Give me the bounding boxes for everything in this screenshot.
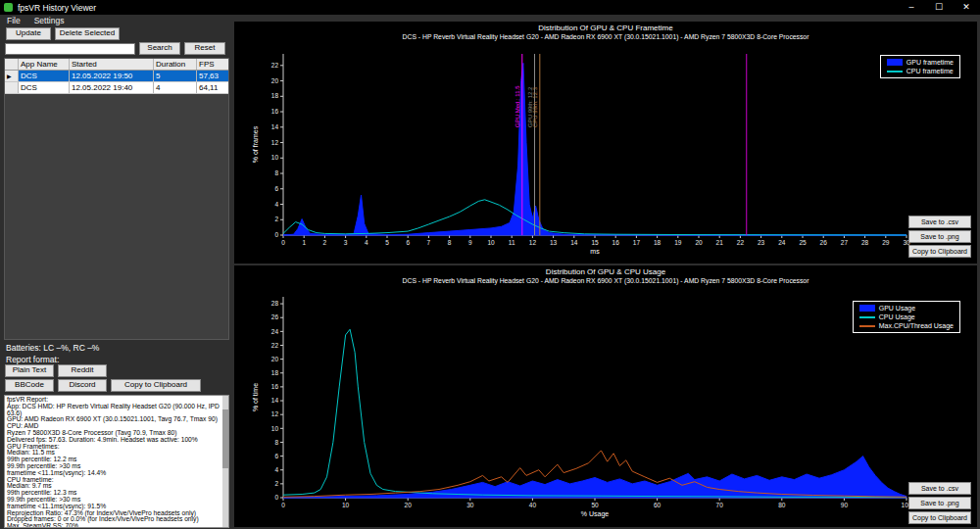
svg-text:24: 24 — [271, 328, 279, 335]
legend-entry: GPU frametime — [887, 59, 954, 66]
discord-button[interactable]: Discord — [58, 379, 107, 392]
svg-text:17: 17 — [633, 239, 641, 246]
svg-text:90: 90 — [841, 502, 849, 508]
report-scrollbar[interactable] — [222, 396, 228, 527]
chart-legend: GPU frametimeCPU frametime — [880, 55, 960, 78]
svg-text:80: 80 — [778, 502, 786, 508]
svg-text:6: 6 — [274, 453, 278, 459]
svg-text:8: 8 — [274, 169, 278, 176]
report-scrollbar-thumb[interactable] — [222, 409, 228, 468]
row-selector-icon — [5, 82, 19, 93]
copy-chart-button[interactable]: Copy to Clipboard — [908, 245, 971, 258]
svg-text:14: 14 — [271, 123, 279, 130]
svg-text:5: 5 — [385, 239, 389, 246]
chart-export-buttons: Save to .csv Save to .png Copy to Clipbo… — [908, 216, 971, 258]
table-header-started[interactable]: Started — [70, 59, 154, 70]
copy-chart-button[interactable]: Copy to Clipboard — [908, 511, 971, 524]
svg-text:% Usage: % Usage — [581, 510, 610, 518]
copy-to-clipboard-button[interactable]: Copy to Clipboard — [111, 379, 201, 392]
legend-entry: CPU Usage — [859, 313, 954, 320]
legend-label: CPU Usage — [879, 313, 915, 320]
svg-text:12: 12 — [529, 239, 537, 246]
svg-text:12: 12 — [271, 139, 279, 146]
svg-text:25: 25 — [799, 239, 807, 246]
svg-text:20: 20 — [405, 502, 413, 508]
table-header-duration[interactable]: Duration — [154, 59, 197, 70]
reset-button[interactable]: Reset — [184, 42, 225, 55]
svg-text:24: 24 — [778, 239, 786, 246]
svg-text:40: 40 — [529, 502, 537, 508]
svg-text:30: 30 — [466, 502, 474, 508]
table-header-app-name[interactable]: App Name — [19, 59, 70, 70]
menu-file[interactable]: File — [0, 15, 27, 27]
reddit-button[interactable]: Reddit — [58, 364, 107, 377]
svg-text:22: 22 — [271, 62, 279, 69]
svg-text:% of frames: % of frames — [252, 125, 259, 163]
svg-text:20: 20 — [271, 356, 279, 362]
report-textbox[interactable]: fpsVR Report: App: DCS HMD: HP Reverb Vi… — [4, 395, 229, 528]
svg-text:8: 8 — [274, 439, 278, 446]
cell-fps: 64,11 — [197, 82, 228, 93]
svg-text:ms: ms — [590, 248, 600, 255]
svg-text:2: 2 — [274, 480, 278, 487]
svg-text:6: 6 — [274, 185, 278, 192]
svg-text:10: 10 — [487, 239, 495, 246]
search-button[interactable]: Search — [139, 42, 180, 55]
legend-label: GPU Usage — [879, 305, 915, 312]
update-button[interactable]: Update — [6, 27, 51, 40]
svg-text:6: 6 — [406, 239, 410, 246]
history-table: App Name Started Duration FPS ▶ DCS 12.0… — [4, 58, 229, 340]
svg-text:70: 70 — [716, 502, 724, 508]
svg-text:0: 0 — [281, 502, 285, 508]
save-csv-button[interactable]: Save to .csv — [908, 482, 971, 495]
svg-text:8: 8 — [448, 239, 452, 246]
svg-text:18: 18 — [271, 92, 279, 99]
table-row[interactable]: ▶ DCS 12.05.2022 19:50 5 57,63 — [5, 71, 228, 82]
svg-text:9: 9 — [468, 239, 472, 246]
svg-text:4: 4 — [274, 466, 278, 473]
svg-text:14: 14 — [271, 397, 279, 404]
svg-text:4: 4 — [274, 201, 278, 208]
save-png-button[interactable]: Save to .png — [908, 230, 971, 243]
svg-text:10: 10 — [271, 425, 279, 432]
svg-text:16: 16 — [612, 239, 620, 246]
close-button[interactable]: ✕ — [953, 0, 980, 15]
svg-text:50: 50 — [591, 502, 599, 508]
plain-text-button[interactable]: Plain Text — [5, 364, 54, 377]
cell-app-name: DCS — [19, 82, 70, 93]
app-icon — [4, 3, 13, 12]
legend-swatch — [859, 325, 875, 327]
svg-text:19: 19 — [674, 239, 682, 246]
bbcode-button[interactable]: BBCode — [5, 379, 54, 392]
window-title: fpsVR History Viewer — [18, 3, 898, 13]
legend-swatch — [859, 305, 875, 312]
svg-text:10: 10 — [271, 154, 279, 161]
save-csv-button[interactable]: Save to .csv — [908, 216, 971, 228]
svg-text:0: 0 — [274, 494, 278, 501]
svg-text:0: 0 — [274, 231, 278, 238]
svg-text:22: 22 — [737, 239, 745, 246]
cell-fps: 57,63 — [197, 71, 228, 81]
delete-selected-button[interactable]: Delete Selected — [55, 27, 120, 40]
svg-text:4: 4 — [365, 239, 368, 246]
svg-text:3: 3 — [344, 239, 348, 246]
svg-text:1: 1 — [302, 239, 306, 246]
menu-settings[interactable]: Settings — [27, 15, 72, 27]
svg-text:27: 27 — [841, 239, 849, 246]
search-input[interactable] — [5, 43, 135, 55]
svg-text:0: 0 — [281, 239, 285, 246]
table-header-fps[interactable]: FPS — [197, 59, 228, 70]
minimize-button[interactable]: – — [898, 0, 925, 15]
save-png-button[interactable]: Save to .png — [908, 497, 971, 509]
svg-text:7: 7 — [427, 239, 431, 246]
usage-chart-panel: Distribution Of GPU & CPU Usage DCS - HP… — [234, 265, 977, 527]
table-row[interactable]: DCS 12.05.2022 19:40 4 64,11 — [5, 82, 228, 94]
legend-swatch — [887, 59, 903, 66]
legend-entry: Max.CPU/Thread Usage — [859, 322, 954, 329]
report-format-label: Report format: — [6, 355, 59, 364]
svg-text:GPU Med.: 11.5: GPU Med.: 11.5 — [514, 85, 520, 127]
app-window: fpsVR History Viewer – ☐ ✕ File Settings… — [0, 0, 980, 529]
svg-text:14: 14 — [570, 239, 578, 246]
frametime-chart-canvas: 0123456789101112131415161718192021222324… — [234, 22, 977, 264]
maximize-button[interactable]: ☐ — [925, 0, 953, 15]
